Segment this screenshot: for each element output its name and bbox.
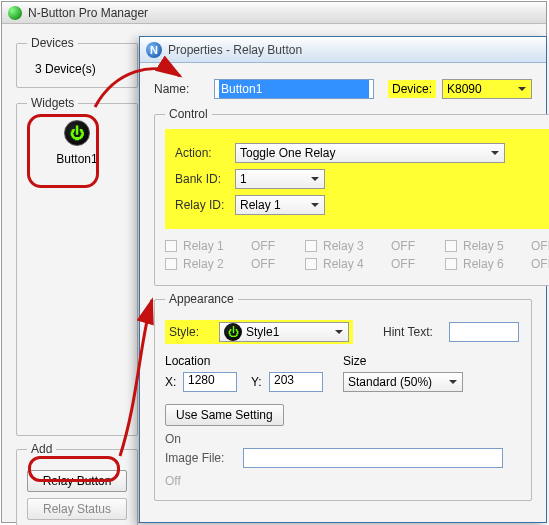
annotation-arrows <box>0 0 549 525</box>
